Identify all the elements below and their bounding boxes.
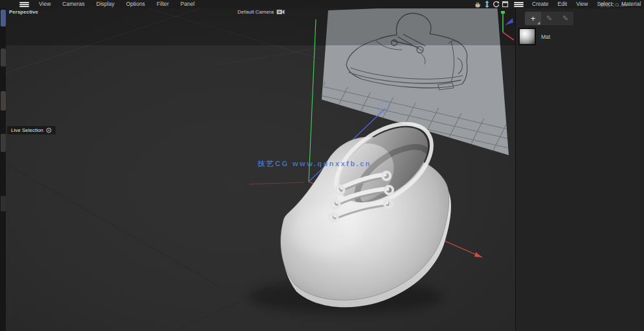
menu-create[interactable]: Create — [527, 0, 553, 8]
camera-label[interactable]: Default Camera — [238, 9, 285, 15]
toolbar-icon-clipped[interactable] — [1, 196, 6, 211]
toolbar-icon-clipped[interactable] — [1, 10, 6, 27]
toe-highlight — [291, 207, 362, 256]
materials-panel: + ◢ ✎ ✎ Mat — [515, 8, 644, 331]
new-material-button[interactable]: + ◢ — [525, 12, 541, 25]
materials-toolbar: + ◢ ✎ ✎ — [525, 12, 573, 25]
paint-pen-button[interactable]: ✎ — [557, 12, 573, 25]
watermark-center: 技艺CG www.qdnxxfb.cn — [258, 159, 372, 169]
viewport-perspective[interactable]: Perspective Default Camera Live Selectio… — [6, 8, 515, 331]
brush-icon: ✎ — [546, 14, 552, 23]
menu-cameras[interactable]: Cameras — [56, 0, 90, 8]
view-mode-label: Perspective — [9, 9, 38, 15]
camera-icon — [276, 9, 285, 15]
camera-label-text: Default Camera — [238, 9, 274, 15]
live-selection-hint: Live Selection — [7, 126, 56, 134]
rotate-orbit-icon[interactable] — [493, 1, 500, 8]
menu-options[interactable]: Options — [120, 0, 151, 8]
menu-view[interactable]: View — [33, 0, 56, 8]
zoom-arrows-icon[interactable] — [483, 1, 491, 8]
material-thumbnail[interactable] — [518, 28, 536, 45]
material-item[interactable]: Mat — [518, 28, 550, 45]
maximize-view-icon[interactable] — [502, 1, 509, 8]
menu-panel[interactable]: Panel — [175, 0, 201, 8]
application-window: View Cameras Display Options Filter Pane… — [0, 0, 644, 331]
left-toolbar-strip — [0, 8, 6, 331]
shoe-model[interactable] — [249, 107, 451, 314]
menu-display[interactable]: Display — [91, 0, 120, 8]
live-selection-icon — [46, 127, 52, 133]
plus-icon: + — [531, 14, 536, 23]
materials-menu-hamburger-icon[interactable] — [514, 1, 524, 7]
menu-filter[interactable]: Filter — [151, 0, 175, 8]
material-sphere-preview — [520, 29, 535, 44]
paint-brush-button[interactable]: ✎ — [541, 12, 557, 25]
pen-icon: ✎ — [562, 14, 568, 23]
toolbar-icon-clipped[interactable] — [1, 48, 6, 67]
toolbar-icon-clipped[interactable] — [1, 134, 6, 152]
axis-x-arrowhead — [474, 252, 482, 257]
menu-view-materials[interactable]: View — [572, 0, 592, 8]
world-axis-indicator — [499, 10, 515, 43]
toolbar-icon-clipped[interactable] — [1, 91, 6, 111]
menu-edit[interactable]: Edit — [553, 0, 572, 8]
scene-svg — [6, 8, 515, 331]
menubar: View Cameras Display Options Filter Pane… — [0, 0, 644, 8]
pan-hand-icon[interactable] — [474, 1, 482, 8]
watermark-top-right: 技艺CG.cn — [600, 1, 627, 9]
live-selection-label: Live Selection — [11, 127, 43, 133]
material-name[interactable]: Mat — [541, 34, 550, 40]
axis-x-negative — [249, 182, 304, 184]
dropdown-corner-icon: ◢ — [537, 21, 540, 25]
viewport-menu-hamburger-icon[interactable] — [19, 1, 29, 7]
